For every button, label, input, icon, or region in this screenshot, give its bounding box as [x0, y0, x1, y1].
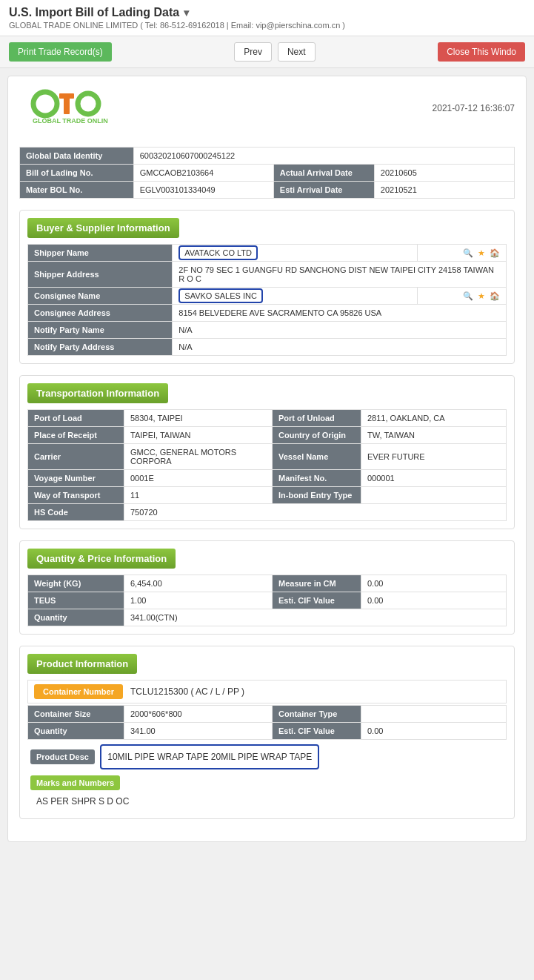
container-size-label: Container Size	[28, 706, 124, 723]
marks-numbers-value: AS PER SHPR S D OC	[30, 793, 504, 810]
shipper-address-value: 2F NO 79 SEC 1 GUANGFU RD SANCHONG DIST …	[173, 262, 507, 288]
table-row: Consignee Name SAVKO SALES INC 🔍 ★ 🏠	[28, 288, 507, 305]
timestamp: 2021-07-12 16:36:07	[433, 103, 515, 113]
table-row: Notify Party Name N/A	[28, 322, 507, 339]
transportation-title: Transportation Information	[27, 383, 168, 403]
container-number-row: Container Number TCLU1215300 ( AC / L / …	[27, 680, 507, 703]
product-info-title: Product Information	[27, 654, 137, 674]
product-quantity-value: 341.00	[124, 723, 273, 740]
product-desc-section: Product Desc 10MIL PIPE WRAP TAPE 20MIL …	[27, 740, 507, 774]
shipper-star-icon[interactable]: ★	[478, 248, 485, 257]
way-transport-value: 11	[124, 487, 273, 504]
place-of-receipt-label: Place of Receipt	[28, 427, 124, 444]
shipper-search-icon[interactable]: 🔍	[463, 248, 473, 257]
manifest-nos-value: 000001	[361, 470, 507, 487]
country-of-origin-label: Country of Origin	[273, 427, 361, 444]
port-of-unload-label: Port of Unload	[273, 410, 361, 427]
voyage-number-value: 0001E	[124, 470, 273, 487]
dropdown-arrow-icon[interactable]: ▾	[184, 7, 189, 19]
product-esti-cif-label: Esti. CIF Value	[273, 723, 361, 740]
consignee-star-icon[interactable]: ★	[478, 291, 485, 300]
prev-button[interactable]: Prev	[234, 42, 272, 62]
weight-value: 6,454.00	[124, 575, 273, 592]
table-row: Shipper Name AVATACK CO LTD 🔍 ★ 🏠	[28, 245, 507, 262]
actual-arrival-date-label: Actual Arrival Date	[273, 165, 374, 182]
measure-label: Measure in CM	[273, 575, 361, 592]
buyer-supplier-table: Shipper Name AVATACK CO LTD 🔍 ★ 🏠 Shippe…	[27, 244, 507, 356]
table-row: Carrier GMCC, GENERAL MOTORS CORPORA Ves…	[28, 444, 507, 470]
product-desc-label: Product Desc	[30, 749, 95, 764]
voyage-number-label: Voyage Number	[28, 470, 124, 487]
print-button[interactable]: Print Trade Record(s)	[9, 42, 112, 62]
buyer-supplier-title: Buyer & Supplier Information	[27, 218, 179, 238]
product-info-section: Product Information Container Number TCL…	[19, 646, 515, 819]
table-row: Place of Receipt TAIPEI, TAIWAN Country …	[28, 427, 507, 444]
bill-of-lading-label: Bill of Lading No.	[20, 165, 134, 182]
carrier-label: Carrier	[28, 444, 124, 470]
quantity-value: 341.00(CTN)	[124, 609, 507, 626]
global-data-identity-label: Global Data Identity	[20, 148, 134, 165]
table-row: HS Code 750720	[28, 504, 507, 521]
consignee-name-value: SAVKO SALES INC	[173, 288, 418, 305]
table-row: Mater BOL No. EGLV003101334049 Esti Arri…	[20, 182, 515, 199]
place-of-receipt-value: TAIPEI, TAIWAN	[124, 427, 273, 444]
consignee-address-label: Consignee Address	[28, 305, 173, 322]
actual-arrival-date-value: 20210605	[374, 165, 514, 182]
shipper-name-value: AVATACK CO LTD	[173, 245, 418, 262]
company-logo: GLOBAL TRADE ONLINE LIMITED	[19, 87, 108, 128]
toolbar: Print Trade Record(s) Prev Next Close Th…	[0, 36, 534, 68]
table-row: Quantity 341.00 Esti. CIF Value 0.00	[28, 723, 507, 740]
consignee-name-label: Consignee Name	[28, 288, 173, 305]
notify-party-name-value: N/A	[173, 322, 507, 339]
basic-info-table: Global Data Identity 6003202106070002451…	[19, 147, 515, 199]
svg-text:GLOBAL TRADE ONLINE LIMITED: GLOBAL TRADE ONLINE LIMITED	[33, 117, 108, 125]
company-info: GLOBAL TRADE ONLINE LIMITED ( Tel: 86-51…	[9, 21, 525, 30]
quantity-price-table: Weight (KG) 6,454.00 Measure in CM 0.00 …	[27, 575, 507, 626]
inbond-entry-value	[361, 487, 507, 504]
master-bol-value: EGLV003101334049	[133, 182, 273, 199]
main-content: GLOBAL TRADE ONLINE LIMITED 2021-07-12 1…	[7, 76, 527, 842]
master-bol-label: Mater BOL No.	[20, 182, 134, 199]
vessel-name-label: Vessel Name	[273, 444, 361, 470]
table-row: Notify Party Address N/A	[28, 339, 507, 356]
way-transport-label: Way of Transport	[28, 487, 124, 504]
table-row: Way of Transport 11 In-bond Entry Type	[28, 487, 507, 504]
global-data-identity-value: 600320210607000245122	[133, 148, 514, 165]
table-row: Container Size 2000*606*800 Container Ty…	[28, 706, 507, 723]
teus-value: 1.00	[124, 592, 273, 609]
table-row: Consignee Address 8154 BELVEDERE AVE SAC…	[28, 305, 507, 322]
table-row: Quantity 341.00(CTN)	[28, 609, 507, 626]
product-desc-value: 10MIL PIPE WRAP TAPE 20MIL PIPE WRAP TAP…	[100, 744, 319, 769]
consignee-home-icon[interactable]: 🏠	[490, 291, 500, 300]
basic-info-section: Global Data Identity 6003202106070002451…	[19, 147, 515, 199]
quantity-price-section: Quantity & Price Information Weight (KG)…	[19, 540, 515, 635]
hs-code-label: HS Code	[28, 504, 124, 521]
port-of-unload-value: 2811, OAKLAND, CA	[361, 410, 507, 427]
vessel-name-value: EVER FUTURE	[361, 444, 507, 470]
product-info-table: Container Size 2000*606*800 Container Ty…	[27, 705, 507, 740]
close-button[interactable]: Close This Windo	[438, 42, 525, 62]
notify-party-name-label: Notify Party Name	[28, 322, 173, 339]
esti-cif-value: 0.00	[361, 592, 507, 609]
page-title: U.S. Import Bill of Lading Data ▾	[9, 6, 525, 19]
table-row: Voyage Number 0001E Manifest No. 000001	[28, 470, 507, 487]
shipper-home-icon[interactable]: 🏠	[490, 248, 500, 257]
quantity-label: Quantity	[28, 609, 124, 626]
container-type-label: Container Type	[273, 706, 361, 723]
esti-cif-label: Esti. CIF Value	[273, 592, 361, 609]
consignee-search-icon[interactable]: 🔍	[463, 291, 473, 300]
svg-rect-5	[64, 93, 70, 114]
country-of-origin-value: TW, TAIWAN	[361, 427, 507, 444]
inbond-entry-label: In-bond Entry Type	[273, 487, 361, 504]
marks-numbers-label: Marks and Numbers	[30, 775, 120, 790]
table-row: Global Data Identity 6003202106070002451…	[20, 148, 515, 165]
container-size-value: 2000*606*800	[124, 706, 273, 723]
bill-of-lading-value: GMCCAOB2103664	[133, 165, 273, 182]
table-row: Shipper Address 2F NO 79 SEC 1 GUANGFU R…	[28, 262, 507, 288]
product-quantity-label: Quantity	[28, 723, 124, 740]
next-button[interactable]: Next	[278, 42, 316, 62]
table-row: TEUS 1.00 Esti. CIF Value 0.00	[28, 592, 507, 609]
consignee-icons: 🔍 ★ 🏠	[417, 288, 506, 305]
table-row: Bill of Lading No. GMCCAOB2103664 Actual…	[20, 165, 515, 182]
consignee-address-value: 8154 BELVEDERE AVE SACRAMENTO CA 95826 U…	[173, 305, 507, 322]
